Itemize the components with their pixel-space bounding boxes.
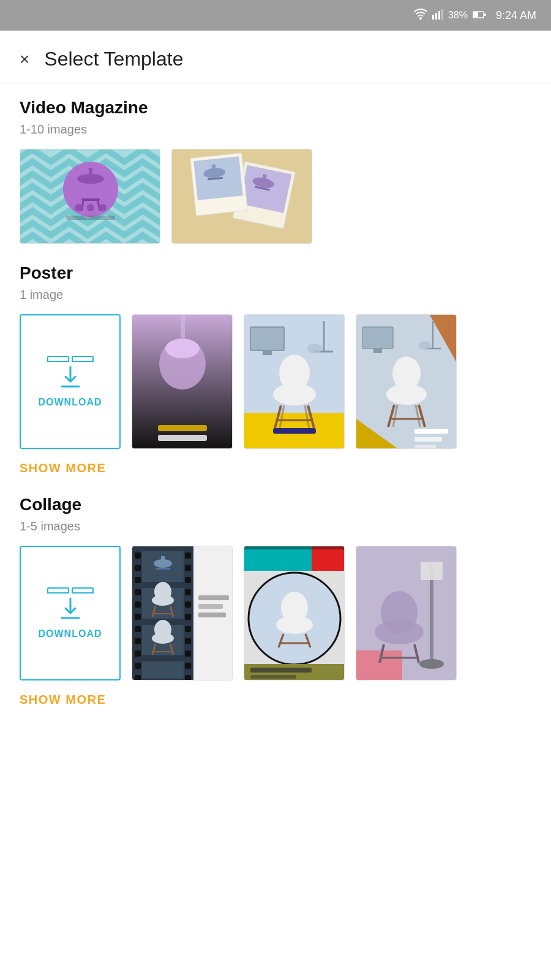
collage-download-icon — [57, 596, 84, 628]
collage-show-more[interactable]: SHOW MORE — [20, 693, 531, 707]
svg-rect-35 — [158, 435, 207, 441]
svg-rect-10 — [89, 168, 92, 180]
svg-point-100 — [154, 582, 171, 601]
section-video-magazine: Video Magazine 1-10 images — [20, 98, 531, 244]
svg-rect-66 — [414, 429, 448, 434]
svg-rect-89 — [185, 626, 191, 632]
svg-rect-3 — [441, 9, 443, 20]
svg-rect-1 — [435, 13, 437, 20]
svg-rect-34 — [158, 425, 207, 431]
collage-download-tab-1 — [47, 587, 69, 594]
page-title: Select Template — [44, 48, 183, 70]
poster-download-label: DOWNLOAD — [39, 397, 102, 408]
status-icons: 38% 9:24 AM — [414, 9, 536, 23]
svg-rect-5 — [473, 12, 478, 17]
poster-subtitle: 1 image — [20, 288, 531, 302]
main-content: Video Magazine 1-10 images — [0, 83, 551, 746]
svg-rect-80 — [135, 650, 141, 657]
svg-rect-2 — [438, 11, 440, 20]
svg-rect-110 — [142, 662, 184, 679]
svg-rect-111 — [198, 595, 229, 600]
svg-rect-81 — [135, 663, 141, 669]
poster-template-blue-yellow[interactable] — [244, 314, 345, 449]
svg-rect-93 — [185, 675, 191, 680]
poster-download-card[interactable]: DOWNLOAD — [20, 314, 121, 449]
svg-point-15 — [87, 204, 94, 211]
section-poster: Poster 1 image DOWNLOAD — [20, 263, 531, 475]
svg-rect-88 — [185, 614, 191, 620]
svg-rect-82 — [135, 675, 141, 680]
svg-point-33 — [165, 339, 200, 358]
svg-rect-86 — [185, 589, 191, 595]
svg-rect-90 — [185, 638, 191, 644]
wifi-icon — [414, 9, 427, 23]
svg-rect-87 — [185, 601, 191, 608]
video-magazine-title: Video Magazine — [20, 98, 531, 118]
svg-rect-72 — [135, 552, 141, 559]
vm-template-chevron[interactable] — [20, 149, 160, 244]
svg-point-44 — [279, 355, 310, 391]
collage-template-overlay[interactable] — [356, 546, 457, 680]
svg-rect-97 — [156, 568, 170, 570]
svg-rect-39 — [263, 350, 272, 355]
svg-rect-113 — [198, 612, 226, 617]
svg-rect-79 — [135, 638, 141, 644]
collage-templates: DOWNLOAD — [20, 546, 531, 680]
svg-rect-0 — [432, 15, 434, 20]
svg-point-58 — [419, 341, 431, 350]
svg-rect-55 — [373, 349, 382, 353]
download-tab-1 — [47, 356, 69, 362]
poster-template-purple[interactable] — [132, 314, 233, 449]
svg-rect-116 — [312, 546, 345, 571]
section-collage: Collage 1-5 images DOWNLOAD — [20, 495, 531, 707]
collage-template-comic[interactable] — [244, 546, 345, 680]
svg-rect-84 — [185, 565, 191, 571]
svg-rect-85 — [185, 577, 191, 583]
svg-rect-17 — [66, 216, 115, 220]
collage-template-filmstrip[interactable] — [132, 546, 233, 680]
collage-download-tab-2 — [72, 587, 94, 594]
poster-template-colorful[interactable] — [356, 314, 457, 449]
poster-show-more[interactable]: SHOW MORE — [20, 461, 531, 475]
poster-title: Poster — [20, 263, 531, 283]
video-magazine-templates — [20, 149, 531, 244]
svg-rect-68 — [414, 445, 436, 449]
svg-rect-83 — [185, 552, 191, 559]
svg-rect-6 — [484, 13, 486, 16]
collage-download-label: DOWNLOAD — [39, 628, 102, 639]
download-icon — [57, 364, 84, 397]
svg-rect-126 — [250, 668, 312, 673]
svg-point-16 — [99, 204, 107, 211]
status-bar: 38% 9:24 AM — [0, 0, 551, 31]
svg-rect-75 — [135, 589, 141, 595]
svg-rect-67 — [414, 437, 442, 442]
svg-rect-117 — [244, 546, 345, 549]
svg-point-106 — [154, 620, 171, 639]
svg-point-134 — [381, 591, 418, 634]
battery-percentage: 38% — [448, 10, 468, 21]
svg-point-60 — [392, 356, 421, 391]
vm-template-polaroid[interactable] — [171, 149, 312, 244]
svg-rect-78 — [135, 626, 141, 632]
collage-title: Collage — [20, 495, 531, 514]
svg-point-14 — [75, 204, 82, 211]
collage-download-card[interactable]: DOWNLOAD — [20, 546, 121, 680]
download-tab-2 — [72, 356, 94, 362]
svg-rect-31 — [181, 315, 185, 339]
svg-rect-76 — [135, 601, 141, 608]
svg-rect-127 — [250, 675, 296, 679]
svg-rect-11 — [81, 198, 100, 201]
svg-rect-73 — [135, 565, 141, 571]
poster-templates: DOWNLOAD — [20, 314, 531, 449]
svg-rect-129 — [356, 650, 402, 680]
svg-point-121 — [281, 592, 308, 624]
status-time: 9:24 AM — [496, 9, 536, 22]
svg-rect-77 — [135, 614, 141, 620]
svg-point-42 — [307, 344, 322, 353]
svg-rect-38 — [250, 327, 284, 350]
battery-icon — [473, 9, 486, 22]
close-button[interactable]: × — [20, 51, 29, 68]
svg-rect-50 — [273, 428, 316, 434]
svg-rect-96 — [161, 556, 165, 565]
svg-rect-92 — [185, 663, 191, 669]
